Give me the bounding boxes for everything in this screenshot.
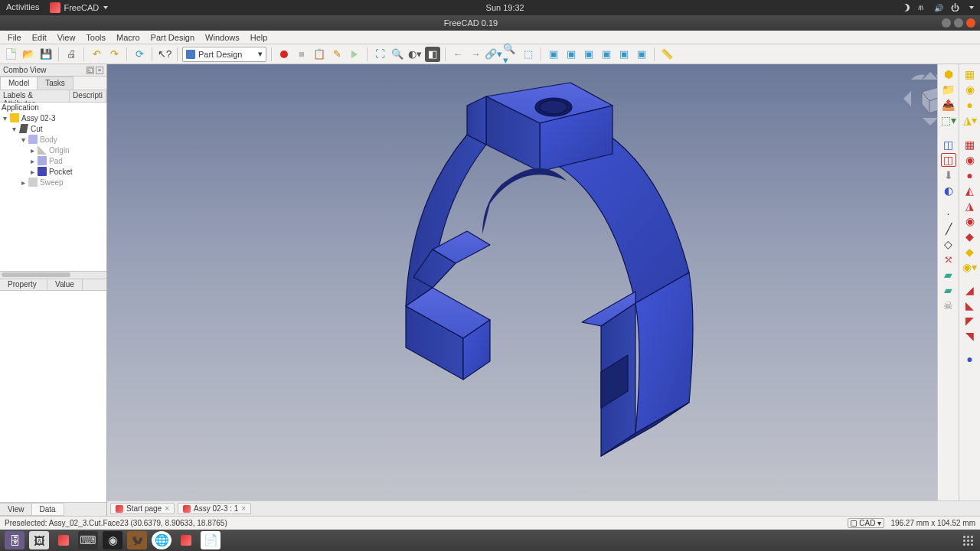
datum-cs-button[interactable]: ⤱ [941,253,956,266]
measure-button[interactable]: 📏 [659,47,675,62]
datum-line-button[interactable]: ╱ [941,222,956,236]
macro-play-button[interactable] [347,47,362,62]
sub-box-button[interactable]: ▦ [962,138,978,152]
nav-style-badge[interactable]: CAD ▾ [848,518,884,528]
doc-tab-assy[interactable]: Assy 02-3 : 1 × [178,503,251,514]
datum-plane-button[interactable]: ◇ [941,237,956,251]
view-front-button[interactable]: ▣ [546,47,561,62]
tree-row-pad[interactable]: ▸Pad [0,155,106,166]
combo-close-button[interactable]: × [96,67,103,74]
create-body-button[interactable]: ⬢ [941,67,956,81]
fit-all-button[interactable]: ⛶ [372,47,387,62]
macro-record-button[interactable] [276,47,292,62]
link-button[interactable]: 🔗▾ [485,47,501,62]
activities-button[interactable]: Activities [6,2,39,13]
additive-sphere-button[interactable]: ● [962,98,978,112]
dock-freecad1[interactable] [54,531,74,549]
dock-files[interactable]: 🗄 [5,531,24,549]
dock-screenshot[interactable]: 🖼 [29,531,49,549]
revolution-button[interactable]: ⬇ [941,168,956,182]
open-file-button[interactable]: 📂 [21,47,36,62]
dock-libreoffice[interactable]: 📄 [201,531,220,549]
shapebinder-button[interactable]: ▰ [941,268,956,282]
redo-button[interactable]: ↷ [106,47,122,62]
view-left-button[interactable]: ▣ [634,47,649,62]
close-tab-icon[interactable]: × [165,504,169,513]
model-tree[interactable]: Application ▾Assy 02-3 ▾Cut ▾Body ▸Origi… [0,103,106,271]
print-button[interactable]: 🖨 [64,47,79,62]
3d-viewport[interactable]: z y ⬢ 📁 📤 ⬚▾ ◫ ◫ ⬇ ◐ · ╱ [107,64,980,500]
thickness-button[interactable]: ◥ [962,329,978,343]
doc-tab-start[interactable]: Start page × [110,503,175,514]
tree-row-pocket[interactable]: ▸Pocket [0,166,106,177]
tab-view[interactable]: View [0,503,33,516]
system-menu-chevron-icon[interactable] [969,6,974,9]
dock-obs[interactable]: ◉ [103,531,122,549]
fit-selection-button[interactable]: 🔍 [390,47,405,62]
dock-terminal[interactable]: ⌨ [78,531,98,549]
boolean-button[interactable]: ☠ [941,298,956,312]
dock-chrome[interactable]: 🌐 [152,531,172,549]
window-close-button[interactable] [966,18,975,28]
menu-part-design[interactable]: Part Design [146,31,199,44]
tree-row-origin[interactable]: ▸Origin [0,145,106,155]
tree-header-description[interactable]: Descripti [70,90,106,102]
dock-app1[interactable]: 🐿 [127,531,147,549]
create-sketch-button[interactable]: ⬚▾ [941,113,956,127]
tree-row-application[interactable]: Application [0,103,106,112]
nav-back-button[interactable]: ← [450,47,466,62]
chamfer-button[interactable]: ◣ [962,298,978,312]
sub-prim3-button[interactable]: ◉▾ [962,260,978,274]
tree-header-labels[interactable]: Labels & Attributes [0,90,70,102]
draft-button[interactable]: ◤ [962,314,978,328]
new-file-button[interactable] [3,47,18,62]
whats-this-button[interactable]: ↖? [157,47,172,62]
sub-loft-button[interactable]: ◭ [962,184,978,197]
sub-pipe-button[interactable]: ◮ [962,199,978,213]
export-button[interactable]: 📤 [941,98,956,112]
clone-button[interactable]: ▰ [941,283,956,297]
tree-row-body[interactable]: ▾Body [0,134,106,145]
value-col-header[interactable]: Value [47,279,83,290]
tree-row-cut[interactable]: ▾Cut [0,123,106,134]
macro-list-button[interactable]: 📋 [312,47,327,62]
additive-cyl-button[interactable]: ◉ [962,83,978,96]
sub-prim2-button[interactable]: ◆ [962,245,978,259]
view-top-button[interactable]: ▣ [564,47,579,62]
close-tab-icon[interactable]: × [241,504,246,513]
tree-row-sweep[interactable]: ▸Sweep [0,177,106,187]
menu-view[interactable]: View [53,31,80,44]
menu-edit[interactable]: Edit [28,31,51,44]
volume-icon[interactable] [934,3,943,12]
pad-button[interactable]: ◫ [941,138,956,152]
fillet-button[interactable]: ◢ [962,283,978,297]
mirror-button[interactable]: ● [962,352,978,366]
save-file-button[interactable]: 💾 [38,47,54,62]
app-menu[interactable]: FreeCAD [50,2,108,13]
additive-box-button[interactable]: ▦ [962,67,978,81]
groove-button[interactable]: ◐ [941,184,956,197]
macro-stop-button[interactable]: ■ [294,47,309,62]
menu-file[interactable]: File [3,31,26,44]
tree-hscrollbar[interactable] [0,271,106,279]
network-icon[interactable] [917,3,926,12]
power-icon[interactable] [951,3,960,12]
view-iso-button[interactable]: ⬚ [521,47,536,62]
sub-cyl-button[interactable]: ◉ [962,153,978,167]
view-bottom-button[interactable]: ▣ [616,47,632,62]
create-group-button[interactable]: 📁 [941,83,956,96]
bounding-box-button[interactable]: ◧ [425,47,440,62]
pocket-button[interactable]: ◫ [941,153,956,167]
dock-show-apps[interactable] [960,533,975,548]
clock[interactable]: Sun 19:32 [108,3,902,12]
tree-row-document[interactable]: ▾Assy 02-3 [0,112,106,123]
dock-freecad2[interactable] [176,531,196,549]
draw-style-button[interactable]: ◐▾ [407,47,423,62]
sub-sphere-button[interactable]: ● [962,168,978,182]
additive-cone-button[interactable]: ◮▾ [962,113,978,127]
datum-point-button[interactable]: · [941,207,956,220]
workbench-selector[interactable]: Part Design ▾ [182,47,266,62]
tab-tasks[interactable]: Tasks [37,77,74,90]
macro-edit-button[interactable]: ✎ [329,47,345,62]
tab-data[interactable]: Data [31,503,64,516]
